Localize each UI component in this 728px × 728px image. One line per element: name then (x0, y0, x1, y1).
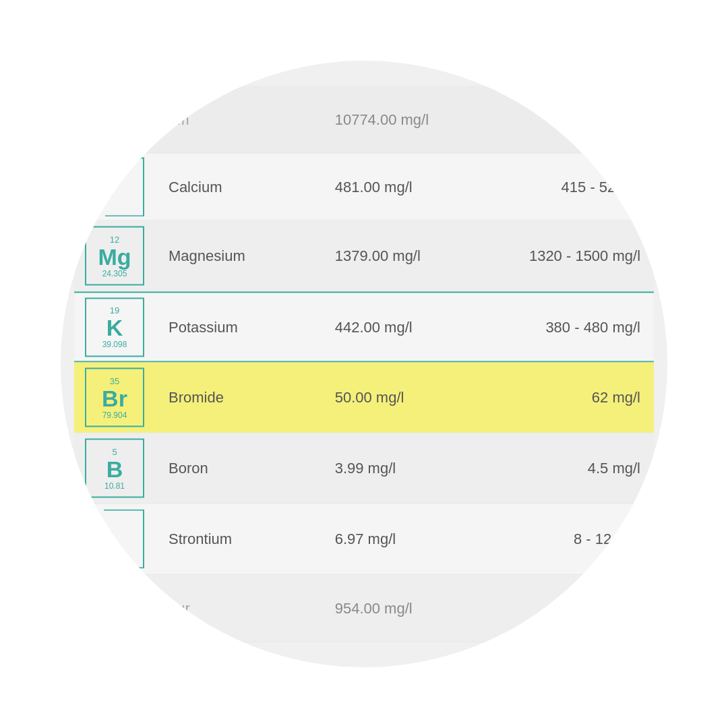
table-row: 12 Mg 24.305 Magnesium 1379.00 mg/l 1320… (74, 221, 654, 292)
element-name: Potassium (155, 318, 322, 336)
element-value: 50.00 mg/l (322, 389, 488, 406)
element-box-mg: 12 Mg 24.305 (85, 226, 144, 286)
atomic-weight: 39.098 (102, 340, 127, 348)
element-name: Magnesium (155, 247, 322, 265)
element-name: Boron (155, 460, 322, 477)
atomic-weight: 10.81 (104, 481, 125, 489)
element-range: 380 - 480 mg/l (487, 318, 654, 336)
table-row: hur 954.00 mg/l (74, 575, 654, 642)
table-row-bromide: 35 Br 79.904 Bromide 50.00 mg/l 62 mg/l (74, 363, 654, 433)
table-row: um 10774.00 mg/l k (74, 86, 654, 154)
element-value: 481.00 mg/l (322, 178, 488, 195)
atomic-weight: 79.904 (102, 411, 127, 419)
atomic-number: 5 (112, 447, 117, 456)
element-name: Strontium (155, 530, 322, 548)
main-circle: um 10774.00 mg/l k Calcium 481.00 mg/l (61, 61, 667, 667)
element-symbol: K (107, 316, 123, 339)
element-value: 954.00 mg/l (322, 599, 488, 617)
element-value: 3.99 mg/l (322, 460, 488, 477)
element-name: hur (155, 599, 322, 617)
element-value: 6.97 mg/l (322, 530, 488, 548)
element-name: Bromide (155, 389, 322, 406)
element-range: 415 - 520 m (487, 178, 654, 195)
element-name: Calcium (155, 178, 322, 195)
element-value: 1379.00 mg/l (322, 247, 488, 265)
atomic-number: 19 (110, 306, 119, 315)
element-range: 62 mg/l (487, 389, 654, 406)
atomic-number: 35 (110, 376, 119, 385)
element-box-br: 35 Br 79.904 (85, 368, 144, 427)
element-range: 1320 - 1500 mg/l (487, 247, 654, 265)
element-range: 8 - 12 mg/ (487, 530, 654, 548)
element-range: 4.5 mg/l (487, 460, 654, 477)
element-symbol: Mg (98, 245, 131, 268)
atomic-weight: 24.305 (102, 269, 127, 277)
table-row-strontium: Strontium 6.97 mg/l 8 - 12 mg/ (74, 504, 654, 575)
element-symbol: Br (102, 386, 127, 409)
element-range: k (487, 111, 654, 128)
table-row: 19 K 39.098 Potassium 442.00 mg/l 380 - … (74, 292, 654, 363)
atomic-number: 12 (110, 235, 119, 243)
element-box-b: 5 B 10.81 (85, 439, 144, 498)
element-value: 442.00 mg/l (322, 318, 488, 336)
rows-container: um 10774.00 mg/l k Calcium 481.00 mg/l (74, 86, 654, 642)
table-row-boron: 5 B 10.81 Boron 3.99 mg/l 4.5 mg/l (74, 433, 654, 504)
table-row: Calcium 481.00 mg/l 415 - 520 m (74, 154, 654, 221)
element-box-k: 19 K 39.098 (85, 297, 144, 357)
element-name: um (155, 111, 322, 128)
element-symbol: B (107, 457, 123, 480)
element-value: 10774.00 mg/l (322, 111, 488, 128)
